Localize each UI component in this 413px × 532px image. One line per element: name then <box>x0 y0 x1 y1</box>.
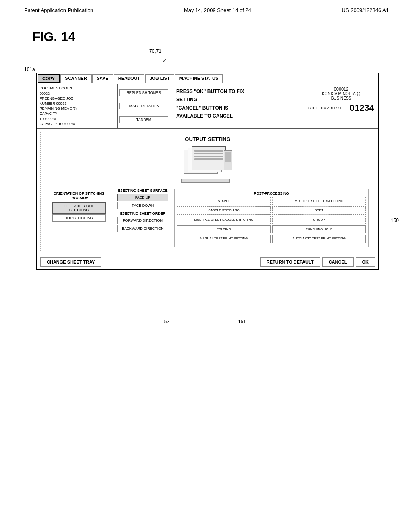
tab-copy[interactable]: COPY <box>38 74 60 83</box>
doc-count-label: DOCUMENT COUNT <box>40 86 115 91</box>
multiple-sheet-tri-folding-btn[interactable]: MULTIPLE SHEET TRI-FOLDING <box>272 197 366 205</box>
left-right-stitching-btn[interactable]: LEFT AND RIGHT STITCHING <box>52 202 105 214</box>
group-btn[interactable]: GROUP <box>272 216 366 224</box>
forward-direction-btn[interactable]: FORWARD DIRECTION <box>117 217 168 224</box>
orientation-label: ORIENTATION OF STITCHING TWO-SIDE <box>50 191 108 201</box>
message-line3: "CANCEL" BUTTON IS <box>176 104 298 112</box>
remaining-memory-label: REMAINING MEMORY <box>40 106 115 111</box>
bottom-right-buttons: RETURN TO DEFAULT CANCEL OK <box>260 257 375 267</box>
post-processing-inner: STAPLESADDLE STITCHINGMULTIPLE SHEET SAD… <box>177 197 366 244</box>
status-bar: DOCUMENT COUNT 00022 PREENGAGED JOB NUMB… <box>37 84 378 129</box>
sort-btn[interactable]: SORT <box>272 206 366 214</box>
patent-header-left: Patent Application Publication <box>24 7 93 13</box>
post-right-col: MULTIPLE SHEET TRI-FOLDINGSORTGROUPPUNCH… <box>272 197 366 244</box>
manual-test-print-btn[interactable]: MANUAL TEST PRINT SETTING <box>177 235 271 243</box>
tab-bar: COPY SCANNER SAVE READOUT JOB LIST MACHI… <box>37 73 378 84</box>
ui-box: COPY SCANNER SAVE READOUT JOB LIST MACHI… <box>36 73 379 270</box>
image-rotation-btn[interactable]: IMAGE ROTATION <box>119 103 168 109</box>
col-orientation: ORIENTATION OF STITCHING TWO-SIDE LEFT A… <box>47 189 111 247</box>
face-up-btn[interactable]: FACE UP <box>117 194 168 201</box>
tab-scanner[interactable]: SCANNER <box>60 74 91 83</box>
tab-machine-status[interactable]: MACHINE STATUS <box>175 74 223 83</box>
tray-base <box>181 179 230 183</box>
saddle-stitching-btn[interactable]: SADDLE STITCHING <box>177 206 271 214</box>
col-post-processing: POST-PROCESSINGSTAPLESADDLE STITCHINGMUL… <box>174 189 369 247</box>
output-area: OUTPUT SETTING <box>40 132 375 251</box>
cancel-btn[interactable]: CANCEL <box>322 257 354 267</box>
paper-line-1 <box>194 150 223 152</box>
backward-direction-btn[interactable]: BACKWARD DIRECTION <box>117 225 168 232</box>
message-line2: SETTING <box>176 96 298 104</box>
label-101a: 101a <box>24 66 35 72</box>
options-grid: ORIENTATION OF STITCHING TWO-SIDE LEFT A… <box>47 189 369 247</box>
punching-hole-btn[interactable]: PUNCHING HOLE <box>272 225 366 233</box>
post-processing-title: POST-PROCESSING <box>177 191 366 195</box>
diagram-area: 70,71 ↙ 101a ↙ COPY SCANNER SAVE READOUT <box>24 48 389 310</box>
col-ejecting: EJECTING SHEET SURFACE FACE UP FACE DOWN… <box>115 189 171 247</box>
doc-count-value: 00022 <box>40 91 115 96</box>
paper-line-2 <box>194 153 223 154</box>
ok-btn[interactable]: OK <box>356 257 375 267</box>
staple-btn[interactable]: STAPLE <box>177 197 271 205</box>
capacity-label: CAPACITY <box>40 111 115 116</box>
return-to-default-btn[interactable]: RETURN TO DEFAULT <box>260 257 320 267</box>
number-value: 00022 <box>56 102 67 106</box>
paper-diagram <box>47 146 369 183</box>
diagram-wrapper: 70,71 ↙ 101a ↙ COPY SCANNER SAVE READOUT <box>24 48 389 310</box>
label-7071: 70,71 <box>149 48 161 54</box>
automatic-test-print-btn[interactable]: AUTOMATIC TEST PRINT SETTING <box>272 235 366 243</box>
hdd-capacity: CAPACITY 100.000% <box>40 121 115 127</box>
patent-header-middle: May 14, 2009 Sheet 14 of 24 <box>184 7 251 13</box>
tab-job-list[interactable]: JOB LIST <box>145 74 174 83</box>
label-150: 150 <box>391 218 399 223</box>
paper-line-4 <box>194 158 223 160</box>
konica-text: KONICA MINOLTA @ <box>322 91 361 96</box>
paper-stack-side <box>224 150 232 170</box>
replenish-toner-btn[interactable]: REPLENISH TONER <box>119 89 168 96</box>
konica-text2: BUSINESS <box>331 96 352 100</box>
tab-save[interactable]: SAVE <box>92 74 113 83</box>
sheet-number-value: 01234 <box>350 103 374 113</box>
tab-readout[interactable]: READOUT <box>114 74 144 83</box>
preengaged-label: PREENGAGED JOB <box>40 96 115 101</box>
output-title: OUTPUT SETTING <box>47 136 369 142</box>
folding-btn[interactable]: FOLDING <box>177 225 271 233</box>
status-right: 000012 KONICA MINOLTA @ BUSINESS SHEET N… <box>304 84 378 128</box>
post-left-col: STAPLESADDLE STITCHINGMULTIPLE SHEET SAD… <box>177 197 271 244</box>
paper-line-3 <box>194 156 223 157</box>
bottom-bar: CHANGE SHEET TRAY RETURN TO DEFAULT CANC… <box>37 255 378 269</box>
patent-header: Patent Application Publication May 14, 2… <box>0 0 413 17</box>
label-151: 151 <box>238 319 246 324</box>
patent-header-right: US 2009/122346 A1 <box>342 7 389 13</box>
paper-front <box>192 146 226 170</box>
ejecting-order-label: EJECTING SHEET ORDER <box>115 212 171 216</box>
sheet-number-set-label: SHEET NUMBER SET <box>308 106 345 110</box>
multiple-sheet-saddle-btn[interactable]: MULTIPLE SHEET SADDLE STITCHING <box>177 216 271 224</box>
message-line4: AVAILABLE TO CANCEL <box>176 112 298 120</box>
ejecting-surface-label: EJECTING SHEET SURFACE <box>115 189 171 193</box>
message-line1: PRESS "OK" BUTTON TO FIX <box>176 87 298 96</box>
status-left: DOCUMENT COUNT 00022 PREENGAGED JOB NUMB… <box>37 84 118 128</box>
stack-line-3 <box>225 156 231 158</box>
stack-line-5 <box>225 160 231 162</box>
fig-label: FIG. 14 <box>32 29 413 44</box>
side-number: 000012 <box>308 87 374 91</box>
status-message: PRESS "OK" BUTTON TO FIX SETTING "CANCEL… <box>170 84 304 128</box>
label-152: 152 <box>161 319 169 324</box>
stack-line-2 <box>225 154 231 156</box>
stack-line-1 <box>225 152 231 154</box>
face-down-btn[interactable]: FACE DOWN <box>117 202 168 209</box>
top-stitching-btn[interactable]: TOP STITCHING <box>52 214 105 222</box>
change-sheet-tray-btn[interactable]: CHANGE SHEET TRAY <box>40 257 101 267</box>
number-label: NUMBER <box>40 102 55 106</box>
tandem-btn[interactable]: TANDEM <box>119 116 168 123</box>
status-middle-buttons: REPLENISH TONER IMAGE ROTATION TANDEM <box>118 84 170 128</box>
stack-line-4 <box>225 158 231 160</box>
capacity-value: 100.000% <box>40 116 115 122</box>
paper-stack <box>181 146 234 183</box>
arrow-indicator: ↙ <box>162 57 167 64</box>
